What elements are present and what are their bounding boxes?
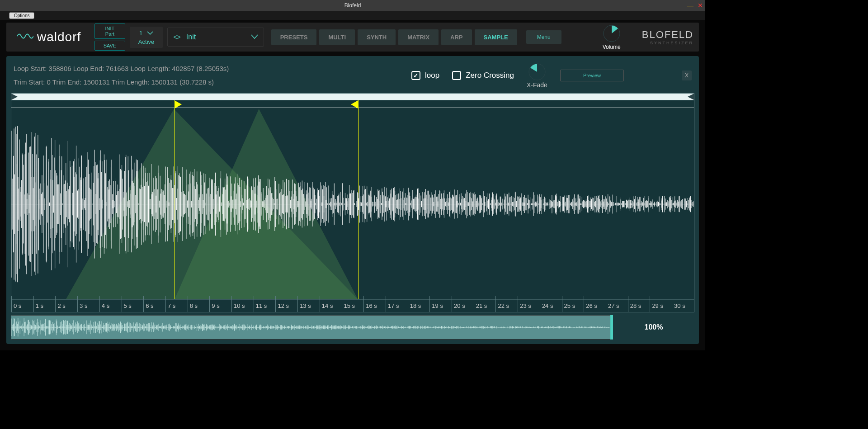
tab-multi[interactable]: MULTI (319, 29, 355, 45)
part-number: 1 (139, 29, 143, 37)
preset-name: Init (186, 33, 251, 41)
time-tick: 30 s (672, 300, 694, 312)
time-tick: 22 s (495, 300, 518, 312)
overview-waveform[interactable] (11, 315, 610, 339)
tab-matrix[interactable]: MATRIX (398, 29, 439, 45)
time-tick: 21 s (474, 300, 496, 312)
product-logo: BLOFELD SYNTHESIZER (642, 29, 693, 45)
init-part-button[interactable]: INIT Part (94, 24, 125, 39)
time-tick: 29 s (650, 300, 672, 312)
loop-start-marker[interactable] (175, 100, 182, 108)
time-tick: 20 s (452, 300, 474, 312)
product-name: BLOFELD (642, 29, 693, 41)
time-tick: 5 s (122, 300, 144, 312)
time-tick: 2 s (55, 300, 77, 312)
options-button[interactable]: Options (9, 12, 34, 19)
time-tick: 6 s (143, 300, 165, 312)
time-tick: 18 s (408, 300, 430, 312)
chevron-down-icon (147, 29, 153, 37)
product-subtitle: SYNTHESIZER (642, 41, 693, 45)
tab-sample[interactable]: SAMPLE (475, 29, 517, 45)
loop-end-marker[interactable] (351, 100, 358, 108)
time-tick: 28 s (628, 300, 650, 312)
editor-controls: loop Zero Crossing X-Fade Preview X (411, 62, 692, 89)
toolbar: waldorf INIT Part SAVE 1 Active <> Init … (6, 23, 699, 52)
time-tick: 11 s (254, 300, 276, 312)
close-icon[interactable]: ✕ (697, 2, 703, 9)
xfade-label: X-Fade (527, 81, 547, 89)
part-status: Active (138, 38, 154, 45)
time-tick: 4 s (99, 300, 122, 312)
loop-checkbox[interactable]: loop (411, 71, 439, 80)
zoom-level[interactable]: 100% (613, 315, 694, 339)
main-window: waldorf INIT Part SAVE 1 Active <> Init … (0, 20, 705, 350)
time-ruler: 0 s1 s2 s3 s4 s5 s6 s7 s8 s9 s10 s11 s12… (11, 299, 694, 312)
loop-info-text: Loop Start: 358806 Loop End: 761663 Loop… (14, 62, 229, 75)
editor-header: Loop Start: 358806 Loop End: 761663 Loop… (11, 60, 694, 91)
time-tick: 13 s (297, 300, 320, 312)
trim-start-handle[interactable] (11, 94, 18, 100)
trim-end-handle[interactable] (688, 94, 694, 100)
time-tick: 3 s (77, 300, 99, 312)
brand-text: waldorf (37, 30, 81, 44)
time-tick: 26 s (584, 300, 606, 312)
time-tick: 19 s (429, 300, 452, 312)
waveform-canvas (11, 109, 694, 299)
save-button[interactable]: SAVE (94, 41, 125, 51)
sample-editor: Loop Start: 358806 Loop End: 761663 Loop… (6, 56, 699, 344)
time-tick: 17 s (386, 300, 408, 312)
time-tick: 7 s (165, 300, 188, 312)
xfade-knob[interactable] (528, 62, 547, 81)
checkbox-icon (411, 71, 420, 80)
xfade-control: X-Fade (527, 62, 547, 89)
time-tick: 27 s (606, 300, 628, 312)
time-tick: 9 s (209, 300, 231, 312)
checkbox-icon (452, 71, 461, 80)
volume-knob[interactable] (602, 24, 621, 43)
time-tick: 10 s (231, 300, 254, 312)
time-tick: 14 s (320, 300, 342, 312)
preset-nav-icon[interactable]: <> (173, 33, 180, 41)
tab-arp[interactable]: ARP (441, 29, 472, 45)
wave-icon (17, 31, 33, 43)
chevron-down-icon[interactable] (251, 33, 258, 41)
trim-info-text: Trim Start: 0 Trim End: 1500131 Trim Len… (14, 75, 229, 89)
options-bar: Options (0, 11, 705, 20)
nav-tabs: PRESETS MULTI SYNTH MATRIX ARP SAMPLE (271, 29, 517, 45)
tab-synth[interactable]: SYNTH (358, 29, 396, 45)
titlebar: Blofeld — ✕ (0, 0, 705, 11)
menu-button[interactable]: Menu (526, 30, 561, 44)
brand-logo: waldorf (17, 30, 81, 44)
time-tick: 25 s (562, 300, 584, 312)
close-editor-button[interactable]: X (682, 71, 692, 80)
trim-bar[interactable] (11, 94, 694, 100)
zero-crossing-label: Zero Crossing (466, 71, 514, 80)
preview-button[interactable]: Preview (560, 70, 624, 81)
overview-bar: 100% (11, 315, 694, 339)
time-tick: 1 s (33, 300, 56, 312)
window-controls: — ✕ (687, 2, 703, 9)
tab-presets[interactable]: PRESETS (271, 29, 317, 45)
time-tick: 0 s (11, 300, 33, 312)
time-tick: 23 s (518, 300, 540, 312)
zero-crossing-checkbox[interactable]: Zero Crossing (452, 71, 514, 80)
preset-selector[interactable]: <> Init (167, 28, 264, 47)
waveform-display[interactable]: 0 s1 s2 s3 s4 s5 s6 s7 s8 s9 s10 s11 s12… (11, 93, 694, 312)
volume-control: Volume (602, 24, 621, 50)
minimize-icon[interactable]: — (687, 2, 693, 9)
time-tick: 15 s (342, 300, 364, 312)
time-tick: 16 s (363, 300, 386, 312)
part-selector[interactable]: 1 Active (130, 27, 163, 48)
window-title: Blofeld (344, 2, 361, 9)
time-tick: 12 s (275, 300, 297, 312)
time-tick: 24 s (540, 300, 562, 312)
time-tick: 8 s (188, 300, 210, 312)
loop-label: loop (425, 71, 439, 80)
loop-bar[interactable] (11, 100, 694, 108)
loop-trim-info: Loop Start: 358806 Loop End: 761663 Loop… (14, 62, 229, 89)
volume-label: Volume (603, 44, 621, 50)
